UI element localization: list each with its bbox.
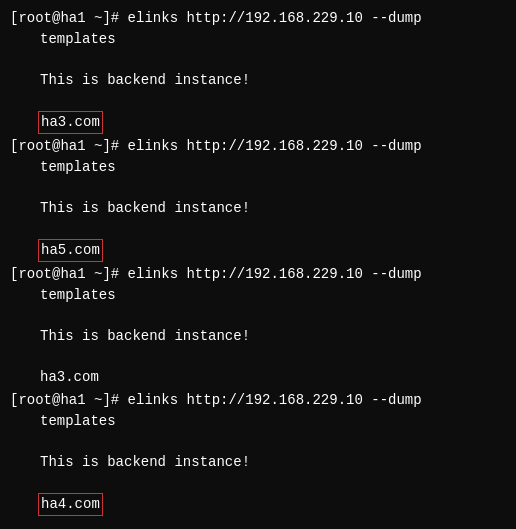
hostname-boxed-2: ha5.com [38, 239, 103, 262]
prompt-line-1: [root@ha1 ~]# elinks http://192.168.229.… [10, 8, 506, 29]
indent-line-1: templates [10, 29, 506, 50]
indent-line-2: templates [10, 157, 506, 178]
info-line-2: This is backend instance! [10, 198, 506, 219]
info-line-4: This is backend instance! [10, 452, 506, 473]
hostname-boxed-4: ha4.com [38, 493, 103, 516]
info-line-3: This is backend instance! [10, 326, 506, 347]
terminal-block-4: [root@ha1 ~]# elinks http://192.168.229.… [10, 390, 506, 516]
indent-line-3: templates [10, 285, 506, 306]
hostname-plain-3: ha3.com [10, 367, 99, 388]
prompt-line-4: [root@ha1 ~]# elinks http://192.168.229.… [10, 390, 506, 411]
terminal-block-1: [root@ha1 ~]# elinks http://192.168.229.… [10, 8, 506, 134]
terminal-block-3: [root@ha1 ~]# elinks http://192.168.229.… [10, 264, 506, 388]
terminal-block-2: [root@ha1 ~]# elinks http://192.168.229.… [10, 136, 506, 262]
indent-line-4: templates [10, 411, 506, 432]
hostname-boxed-1: ha3.com [38, 111, 103, 134]
prompt-line-2: [root@ha1 ~]# elinks http://192.168.229.… [10, 136, 506, 157]
terminal-output: [root@ha1 ~]# elinks http://192.168.229.… [10, 8, 506, 516]
info-line-1: This is backend instance! [10, 70, 506, 91]
prompt-line-3: [root@ha1 ~]# elinks http://192.168.229.… [10, 264, 506, 285]
